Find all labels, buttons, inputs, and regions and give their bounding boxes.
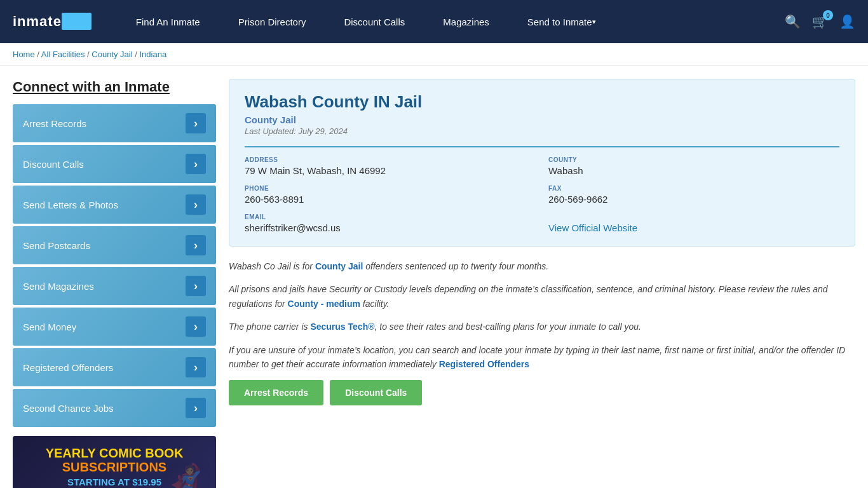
securus-tech-link[interactable]: Securus Tech® xyxy=(310,322,374,332)
nav-send-to-inmate[interactable]: Send to Inmate xyxy=(508,0,615,43)
address-value: 79 W Main St, Wabash, IN 46992 xyxy=(245,165,536,176)
search-icon[interactable]: 🔍 xyxy=(785,14,801,29)
sidebar-item-label: Discount Calls xyxy=(23,159,84,170)
phone-label: PHONE xyxy=(245,185,536,192)
county-value: Wabash xyxy=(548,165,839,176)
view-official-website-link[interactable]: View Official Website xyxy=(548,222,637,233)
sidebar-item-label: Second Chance Jobs xyxy=(23,403,114,414)
phone-field: PHONE 260-563-8891 xyxy=(245,185,536,205)
facility-info-grid: ADDRESS 79 W Main St, Wabash, IN 46992 C… xyxy=(245,146,839,233)
chevron-right-icon: › xyxy=(186,316,206,337)
fax-value: 260-569-9662 xyxy=(548,194,839,205)
email-value: sheriffstriker@wcsd.us xyxy=(245,222,536,233)
chevron-right-icon: › xyxy=(186,276,206,296)
nav-magazines[interactable]: Magazines xyxy=(424,0,508,43)
sidebar-item-registered-offenders[interactable]: Registered Offenders › xyxy=(13,348,216,386)
ad-banner[interactable]: YEARLY COMIC BOOK SUBSCRIPTIONS STARTING… xyxy=(13,436,216,488)
address-field: ADDRESS 79 W Main St, Wabash, IN 46992 xyxy=(245,156,536,176)
cart-icon[interactable]: 🛒 0 xyxy=(812,14,828,29)
website-field: View Official Website xyxy=(548,214,839,233)
phone-value: 260-563-8891 xyxy=(245,194,536,205)
sidebar-item-arrest-records[interactable]: Arrest Records › xyxy=(13,104,216,142)
header: inmateAID Find An Inmate Prison Director… xyxy=(0,0,868,43)
breadcrumb-home[interactable]: Home xyxy=(13,50,35,59)
bottom-buttons: Arrest Records Discount Calls xyxy=(229,380,855,405)
facility-header-card: Wabash County IN Jail County Jail Last U… xyxy=(229,79,855,247)
user-icon[interactable]: 👤 xyxy=(839,14,855,29)
chevron-right-icon: › xyxy=(186,154,206,174)
chevron-right-icon: › xyxy=(186,113,206,133)
facility-name: Wabash County IN Jail xyxy=(245,92,839,112)
main-layout: Connect with an Inmate Arrest Records › … xyxy=(0,66,868,488)
header-icons: 🔍 🛒 0 👤 xyxy=(785,14,855,29)
breadcrumb-county-jail[interactable]: County Jail xyxy=(92,50,132,59)
main-content: Wabash County IN Jail County Jail Last U… xyxy=(229,79,855,488)
facility-type: County Jail xyxy=(245,114,839,125)
desc-para3: The phone carrier is Securus Tech®, to s… xyxy=(229,320,855,334)
fax-label: FAX xyxy=(548,185,839,192)
chevron-right-icon: › xyxy=(186,357,206,377)
county-field: COUNTY Wabash xyxy=(548,156,839,176)
sidebar-item-label: Registered Offenders xyxy=(23,362,113,373)
website-spacer xyxy=(548,214,839,220)
logo[interactable]: inmateAID xyxy=(13,13,92,30)
facility-last-updated: Last Updated: July 29, 2024 xyxy=(245,126,839,136)
logo-text: inmateAID xyxy=(13,13,92,30)
county-label: COUNTY xyxy=(548,156,839,163)
nav-discount-calls[interactable]: Discount Calls xyxy=(325,0,424,43)
fax-field: FAX 260-569-9662 xyxy=(548,185,839,205)
sidebar-item-send-letters[interactable]: Send Letters & Photos › xyxy=(13,186,216,224)
sidebar: Connect with an Inmate Arrest Records › … xyxy=(13,79,216,488)
email-label: EMAIL xyxy=(245,214,536,220)
facility-description: Wabash Co Jail is for County Jail offend… xyxy=(229,259,855,371)
breadcrumb-indiana[interactable]: Indiana xyxy=(139,50,166,59)
sidebar-item-label: Send Postcards xyxy=(23,240,90,251)
breadcrumb-all-facilities[interactable]: All Facilities xyxy=(41,50,85,59)
main-nav: Find An Inmate Prison Directory Discount… xyxy=(117,0,785,43)
chevron-right-icon: › xyxy=(186,194,206,215)
desc-para4: If you are unsure of your inmate’s locat… xyxy=(229,343,855,372)
registered-offenders-link[interactable]: Registered Offenders xyxy=(439,359,529,369)
sidebar-menu: Arrest Records › Discount Calls › Send L… xyxy=(13,104,216,427)
desc-para2: All prisons and jails have Security or C… xyxy=(229,282,855,311)
chevron-right-icon: › xyxy=(186,398,206,418)
breadcrumb: Home / All Facilities / County Jail / In… xyxy=(0,43,868,66)
arrest-records-button[interactable]: Arrest Records xyxy=(229,380,323,405)
address-label: ADDRESS xyxy=(245,156,536,163)
sidebar-item-label: Arrest Records xyxy=(23,118,86,129)
comic-hero-icon: 🦸 xyxy=(162,462,210,488)
desc-para1: Wabash Co Jail is for County Jail offend… xyxy=(229,259,855,273)
email-field: EMAIL sheriffstriker@wcsd.us xyxy=(245,214,536,233)
sidebar-item-label: Send Money xyxy=(23,322,76,332)
sidebar-item-send-magazines[interactable]: Send Magazines › xyxy=(13,267,216,305)
sidebar-item-second-chance-jobs[interactable]: Second Chance Jobs › xyxy=(13,389,216,427)
sidebar-title: Connect with an Inmate xyxy=(13,79,216,95)
cart-badge: 0 xyxy=(823,10,833,20)
sidebar-item-discount-calls[interactable]: Discount Calls › xyxy=(13,145,216,183)
sidebar-item-send-money[interactable]: Send Money › xyxy=(13,308,216,346)
ad-price: STARTING AT $19.95 xyxy=(67,477,161,487)
chevron-right-icon: › xyxy=(186,235,206,255)
county-medium-link[interactable]: County - medium xyxy=(288,299,360,309)
sidebar-item-label: Send Letters & Photos xyxy=(23,200,118,210)
nav-find-inmate[interactable]: Find An Inmate xyxy=(117,0,219,43)
sidebar-item-label: Send Magazines xyxy=(23,281,94,292)
discount-calls-button[interactable]: Discount Calls xyxy=(330,380,422,405)
nav-prison-directory[interactable]: Prison Directory xyxy=(219,0,325,43)
county-jail-link[interactable]: County Jail xyxy=(315,261,363,271)
sidebar-item-send-postcards[interactable]: Send Postcards › xyxy=(13,226,216,264)
